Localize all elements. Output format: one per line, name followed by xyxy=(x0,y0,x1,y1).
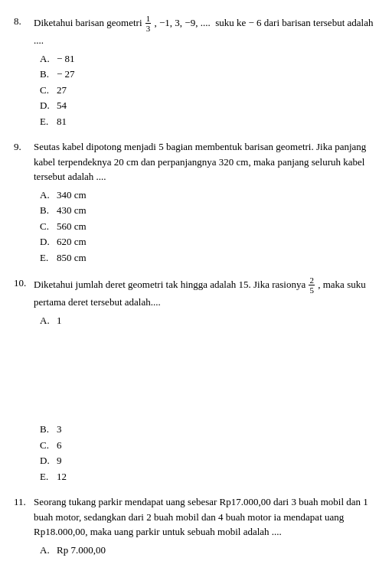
options-q10-rest: B. 3 C. 6 D. 9 E. 12 xyxy=(40,422,378,484)
option-row: E. 81 xyxy=(40,114,378,129)
option-letter: D. xyxy=(40,98,52,113)
option-row: B. 3 xyxy=(40,422,378,437)
option-value: 81 xyxy=(57,114,67,129)
question-body-8: Diketahui barisan geometri 1 3 , −1, 3, … xyxy=(34,14,378,48)
question-8: 8. Diketahui barisan geometri 1 3 , −1, … xyxy=(14,14,378,129)
option-letter: E. xyxy=(40,250,52,266)
option-letter: D. xyxy=(40,234,52,250)
question-number-9: 9. xyxy=(14,139,31,184)
option-letter: A. xyxy=(40,188,52,203)
question-11: 11. Seorang tukang parkir mendapat uang … xyxy=(14,494,378,561)
option-value: − 81 xyxy=(57,51,75,67)
option-value: 54 xyxy=(57,98,67,113)
option-value: 9 xyxy=(57,453,62,468)
option-value: 27 xyxy=(57,83,67,98)
question-body-9: Seutas kabel dipotong menjadi 5 bagian m… xyxy=(34,139,378,184)
option-value: 340 cm xyxy=(57,188,87,203)
question-10: 10. Diketahui jumlah deret geometri tak … xyxy=(14,276,378,484)
option-letter: A. xyxy=(40,313,52,328)
question-body-10: Diketahui jumlah deret geometri tak hing… xyxy=(34,276,378,310)
option-value: 430 cm xyxy=(57,203,87,218)
option-letter: A. xyxy=(40,543,52,558)
option-row: A. Rp 7.000,00 xyxy=(40,543,378,558)
option-value: 620 cm xyxy=(57,234,87,250)
question-9: 9. Seutas kabel dipotong menjadi 5 bagia… xyxy=(14,139,378,265)
option-value: 850 cm xyxy=(57,250,87,266)
option-row: C. 6 xyxy=(40,438,378,453)
option-row: E. 12 xyxy=(40,469,378,484)
option-letter: A. xyxy=(40,51,52,67)
option-letter: B. xyxy=(40,422,52,437)
option-letter: D. xyxy=(40,453,52,468)
options-q9: A. 340 cm B. 430 cm C. 560 cm D. 620 cm … xyxy=(40,188,378,266)
question-body-11: Seorang tukang parkir mendapat uang sebe… xyxy=(34,494,378,540)
option-value: 6 xyxy=(57,438,62,453)
options-q10-first: A. 1 xyxy=(40,313,378,328)
option-row: D. 9 xyxy=(40,453,378,468)
option-value: 12 xyxy=(57,469,67,484)
option-row: B. − 27 xyxy=(40,67,378,82)
option-value: 1 xyxy=(57,313,62,328)
option-value: Rp 6.000,00 xyxy=(57,558,106,561)
option-letter: C. xyxy=(40,219,52,234)
option-letter: B. xyxy=(40,558,52,561)
option-row: E. 850 cm xyxy=(40,250,378,266)
option-row: A. 1 xyxy=(40,313,378,328)
options-q8: A. − 81 B. − 27 C. 27 D. 54 E. 81 xyxy=(40,51,378,129)
option-row: B. 430 cm xyxy=(40,203,378,218)
option-value: 560 cm xyxy=(57,219,87,234)
option-row: D. 620 cm xyxy=(40,234,378,250)
option-letter: C. xyxy=(40,83,52,98)
option-value: 3 xyxy=(57,422,62,437)
option-row: C. 27 xyxy=(40,83,378,98)
question-number-10: 10. xyxy=(14,276,31,310)
question-number-8: 8. xyxy=(14,14,31,48)
option-letter: E. xyxy=(40,114,52,129)
option-row: A. 340 cm xyxy=(40,188,378,203)
fraction-q10: 2 5 xyxy=(309,276,315,295)
option-row: A. − 81 xyxy=(40,51,378,67)
option-letter: B. xyxy=(40,203,52,218)
option-letter: E. xyxy=(40,469,52,484)
option-value: − 27 xyxy=(57,67,75,82)
question-number-11: 11. xyxy=(14,494,31,540)
fraction-q8: 1 3 xyxy=(145,14,152,33)
option-value: Rp 7.000,00 xyxy=(57,543,106,558)
option-row: B. Rp 6.000,00 xyxy=(40,558,378,561)
option-letter: B. xyxy=(40,67,52,82)
option-row: C. 560 cm xyxy=(40,219,378,234)
option-letter: C. xyxy=(40,438,52,453)
blank-space-q10 xyxy=(14,328,378,420)
options-q11: A. Rp 7.000,00 B. Rp 6.000,00 C. Rp 5.00… xyxy=(40,543,378,561)
option-row: D. 54 xyxy=(40,98,378,113)
